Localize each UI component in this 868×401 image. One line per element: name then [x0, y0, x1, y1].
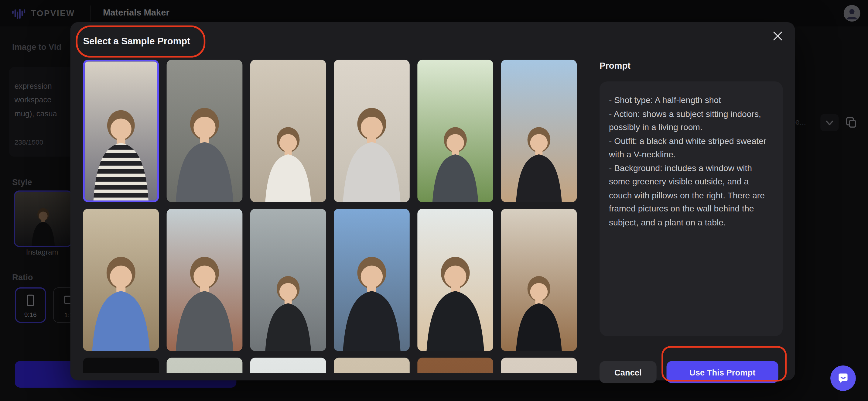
close-button[interactable]	[770, 28, 785, 44]
sample-thumb-partial-6[interactable]	[501, 358, 577, 373]
sample-thumb-street-black-cap[interactable]	[167, 209, 243, 351]
sample-prompt-modal: Select a Sample Prompt	[70, 22, 795, 380]
sample-thumb-partial-3[interactable]	[250, 358, 326, 373]
sample-thumb-partial-2[interactable]	[167, 358, 243, 373]
prompt-preview-box: - Shot type: A half-length shot - Action…	[599, 82, 783, 336]
sample-grid	[83, 60, 577, 373]
screen: TOPVIEW Materials Maker Image to Vid exp…	[0, 0, 868, 401]
sample-thumb-living-room-striped-sweater[interactable]	[83, 60, 159, 202]
sample-thumb-backyard-lawn[interactable]	[417, 60, 493, 202]
cancel-button[interactable]: Cancel	[599, 361, 657, 383]
chat-bubble-icon	[836, 371, 850, 385]
close-icon	[770, 28, 785, 44]
sample-thumb-hallway-standing[interactable]	[250, 60, 326, 202]
sample-thumb-mountain-selfie[interactable]	[334, 209, 410, 351]
sample-thumb-partial-1[interactable]	[83, 358, 159, 373]
sample-thumb-car-selfie[interactable]	[167, 60, 243, 202]
sample-thumb-kitchen-blue-top[interactable]	[83, 209, 159, 351]
sample-thumb-partial-5[interactable]	[417, 358, 493, 373]
sample-thumb-library-black-dress[interactable]	[501, 209, 577, 351]
prompt-preview-text: - Shot type: A half-length shot - Action…	[609, 94, 773, 229]
sample-thumb-balcony-leopard-cardigan[interactable]	[501, 60, 577, 202]
sample-thumb-beach-selfie[interactable]	[417, 209, 493, 351]
app-root: TOPVIEW Materials Maker Image to Vid exp…	[0, 0, 868, 401]
sample-thumb-partial-4[interactable]	[334, 358, 410, 373]
use-this-prompt-button[interactable]: Use This Prompt	[666, 361, 778, 383]
modal-title: Select a Sample Prompt	[83, 36, 190, 47]
prompt-panel-heading: Prompt	[599, 61, 630, 71]
sample-thumb-motorcycle-road[interactable]	[250, 209, 326, 351]
sample-thumb-gray-sweater-glasses[interactable]	[334, 60, 410, 202]
chat-widget-button[interactable]	[830, 366, 856, 391]
